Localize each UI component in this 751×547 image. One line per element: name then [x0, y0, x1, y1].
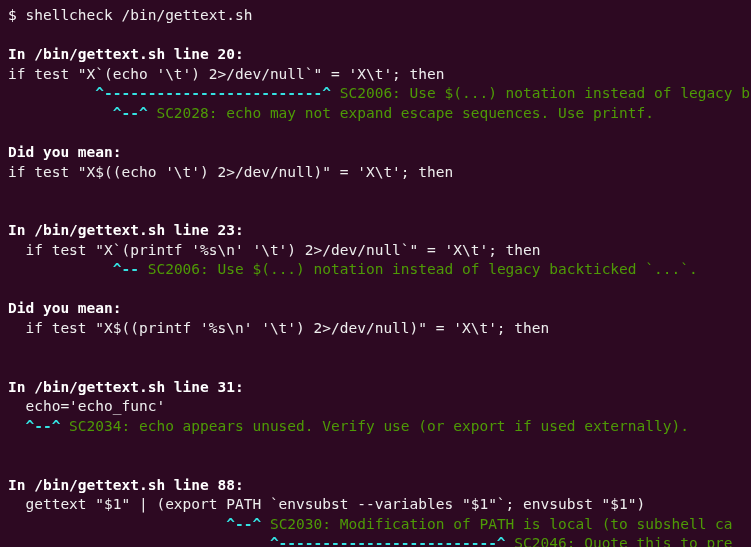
issue-message: SC2030: Modification of PATH is local (t…	[270, 516, 733, 532]
caret-range: ^--	[8, 261, 148, 277]
issue-header: In /bin/gettext.sh line 88:	[8, 476, 743, 496]
issue-pointer: ^-------------------------^ SC2006: Use …	[8, 84, 743, 104]
blank-line	[8, 182, 743, 202]
caret-range: ^-------------------------^	[8, 535, 514, 547]
shell-prompt: $	[8, 7, 25, 23]
issue-message: SC2046: Quote this to pre	[514, 535, 732, 547]
caret-range: ^--^	[8, 418, 69, 434]
blank-line	[8, 456, 743, 476]
issue-message: SC2034: echo appears unused. Verify use …	[69, 418, 689, 434]
issue-header: In /bin/gettext.sh line 20:	[8, 45, 743, 65]
command-line[interactable]: $ shellcheck /bin/gettext.sh	[8, 6, 743, 26]
blank-line	[8, 202, 743, 222]
blank-line	[8, 358, 743, 378]
did-you-mean-code: if test "X$((printf '%s\n' '\t') 2>/dev/…	[8, 319, 743, 339]
did-you-mean-label: Did you mean:	[8, 299, 743, 319]
did-you-mean-label: Did you mean:	[8, 143, 743, 163]
blank-line	[8, 436, 743, 456]
issue-pointer: ^--^ SC2030: Modification of PATH is loc…	[8, 515, 743, 535]
caret-range: ^--^	[8, 105, 156, 121]
issue-pointer: ^--^ SC2034: echo appears unused. Verify…	[8, 417, 743, 437]
command-text: shellcheck /bin/gettext.sh	[25, 7, 252, 23]
issue-code: if test "X`(printf '%s\n' '\t') 2>/dev/n…	[8, 241, 743, 261]
blank-line	[8, 26, 743, 46]
issue-header: In /bin/gettext.sh line 23:	[8, 221, 743, 241]
issue-pointer: ^-- SC2006: Use $(...) notation instead …	[8, 260, 743, 280]
issue-pointer: ^--^ SC2028: echo may not expand escape …	[8, 104, 743, 124]
issue-code: echo='echo_func'	[8, 397, 743, 417]
issue-header: In /bin/gettext.sh line 31:	[8, 378, 743, 398]
blank-line	[8, 280, 743, 300]
did-you-mean-code: if test "X$((echo '\t') 2>/dev/null)" = …	[8, 163, 743, 183]
issue-code: if test "X`(echo '\t') 2>/dev/null`" = '…	[8, 65, 743, 85]
issue-message: SC2028: echo may not expand escape seque…	[156, 105, 654, 121]
blank-line	[8, 123, 743, 143]
issue-message: SC2006: Use $(...) notation instead of l…	[148, 261, 698, 277]
caret-range: ^--^	[8, 516, 270, 532]
caret-range: ^-------------------------^	[8, 85, 340, 101]
blank-line	[8, 339, 743, 359]
issue-code: gettext "$1" | (export PATH `envsubst --…	[8, 495, 743, 515]
issue-pointer: ^-------------------------^ SC2046: Quot…	[8, 534, 743, 547]
issue-message: SC2006: Use $(...) notation instead of l…	[340, 85, 751, 101]
